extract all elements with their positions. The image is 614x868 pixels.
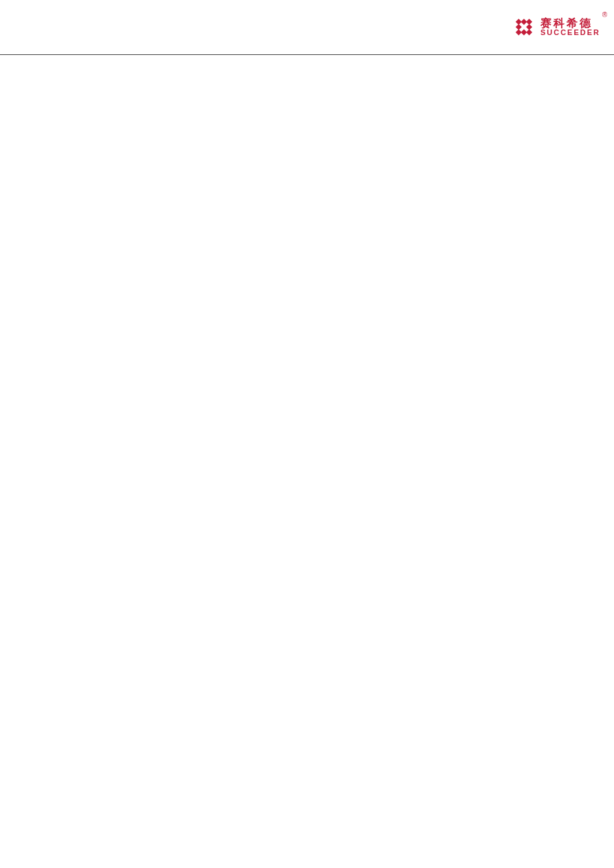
- svg-rect-6: [516, 19, 522, 25]
- page-header: 赛科希德 SUCCEEDER ®: [0, 0, 614, 55]
- svg-rect-2: [516, 23, 522, 30]
- logo-english: SUCCEEDER: [540, 29, 600, 36]
- svg-rect-1: [526, 23, 532, 30]
- registered-mark: ®: [602, 11, 607, 19]
- svg-rect-4: [526, 19, 532, 25]
- svg-rect-3: [520, 29, 527, 35]
- svg-rect-5: [516, 29, 522, 35]
- brand-logo: 赛科希德 SUCCEEDER ®: [512, 15, 600, 40]
- svg-rect-7: [526, 29, 532, 35]
- logo-chinese: 赛科希德: [540, 18, 600, 29]
- succeeder-logo-icon: [512, 15, 536, 40]
- svg-rect-0: [520, 19, 527, 25]
